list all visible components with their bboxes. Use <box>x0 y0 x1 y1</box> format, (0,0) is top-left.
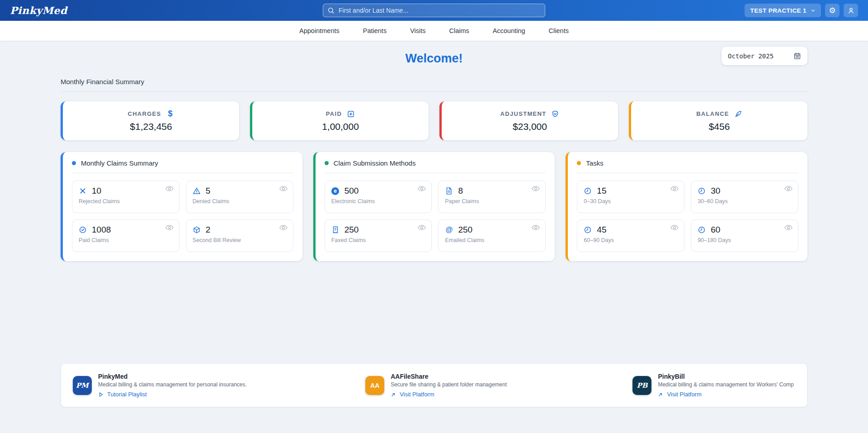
visit-platform-link-aafileshare[interactable]: Visit Platform <box>391 391 507 398</box>
eye-icon[interactable] <box>670 224 679 231</box>
footer-app-description: Medical billing & claims management for … <box>98 381 247 388</box>
panel-header: Claim Submission Methods <box>325 159 546 167</box>
gear-icon: ⚙ <box>829 7 835 14</box>
stat-card-paid[interactable]: PAID 1,00,000 <box>250 101 429 140</box>
nav-visits[interactable]: Visits <box>410 27 425 34</box>
tile-label: Rejected Claims <box>79 198 173 205</box>
month-picker-value: October 2025 <box>728 52 774 60</box>
panel-tasks: Tasks 15 0–30 Days <box>566 152 807 261</box>
user-icon <box>847 7 855 14</box>
search-input[interactable] <box>323 4 545 17</box>
tile-value: 500 <box>344 186 359 196</box>
month-picker[interactable]: October 2025 <box>722 47 807 65</box>
tile-top: e 500 <box>331 186 425 196</box>
settings-button[interactable]: ⚙ <box>825 4 840 17</box>
clock-icon <box>698 187 706 195</box>
visit-platform-link-pinkybill[interactable]: Visit Platform <box>658 391 793 398</box>
tile-second-bill-review[interactable]: 2 Second Bill Review <box>186 219 293 252</box>
stat-card-adjustment[interactable]: ADJUSTMENT $23,000 <box>439 101 618 140</box>
nav-clients[interactable]: Clients <box>549 27 569 34</box>
tile-top: 2 <box>193 225 287 235</box>
stat-value: $1,23,456 <box>130 121 172 132</box>
external-link-icon <box>391 392 396 397</box>
eye-icon[interactable] <box>165 224 174 231</box>
eye-icon[interactable] <box>532 186 540 192</box>
nav-claims[interactable]: Claims <box>449 27 469 34</box>
eye-icon[interactable] <box>418 224 426 231</box>
panel-title: Tasks <box>586 159 603 167</box>
app-logo[interactable]: PinkyMed <box>10 5 67 15</box>
search-icon <box>327 7 335 14</box>
plus-square-icon <box>347 110 355 118</box>
tile-faxed-claims[interactable]: 250 Faxed Claims <box>325 219 432 252</box>
panel-tiles: 15 0–30 Days 30 30–60 Days <box>577 181 798 252</box>
tile-electronic-claims[interactable]: e 500 Electronic Claims <box>325 181 432 213</box>
clock-icon <box>584 187 592 195</box>
tile-emailed-claims[interactable]: @ 250 Emailed Claims <box>438 219 546 252</box>
main-content: Welcome! October 2025 Monthly Financial … <box>61 41 807 407</box>
tile-label: 30–60 Days <box>698 198 792 205</box>
eye-icon[interactable] <box>165 186 174 192</box>
footer-app-name: AAFileShare <box>391 373 507 380</box>
panel-tiles: 10 Rejected Claims 5 Denied Claims <box>72 181 293 252</box>
external-link-icon <box>658 392 663 397</box>
main-nav: Appointments Patients Visits Claims Acco… <box>0 21 868 41</box>
eye-icon[interactable] <box>784 224 793 231</box>
tile-60-90-days[interactable]: 45 60–90 Days <box>577 219 684 252</box>
stat-label: BALANCE <box>696 110 729 117</box>
dollar-icon: $ <box>166 110 175 118</box>
panel-monthly-claims-summary: Monthly Claims Summary 10 Rejected Claim… <box>61 152 302 261</box>
eye-icon[interactable] <box>532 224 540 231</box>
tile-rejected-claims[interactable]: 10 Rejected Claims <box>72 181 179 213</box>
chevron-down-icon <box>811 8 816 13</box>
tile-top: 1008 <box>79 225 173 235</box>
warning-icon <box>193 187 201 195</box>
eye-icon[interactable] <box>418 186 426 192</box>
nav-accounting[interactable]: Accounting <box>493 27 525 34</box>
tile-top: 15 <box>584 186 678 196</box>
footer-app-link-label: Visit Platform <box>667 391 701 398</box>
tile-value: 60 <box>711 225 720 235</box>
tile-0-30-days[interactable]: 15 0–30 Days <box>577 181 684 213</box>
clock-icon <box>698 226 706 234</box>
welcome-row: Welcome! October 2025 <box>61 45 807 71</box>
e-circle-icon: e <box>331 187 340 195</box>
header-actions: TEST PRACTICE 1 ⚙ <box>745 4 858 17</box>
footer-app-link-label: Visit Platform <box>400 391 434 398</box>
panel-title: Claim Submission Methods <box>334 159 416 167</box>
nav-patients[interactable]: Patients <box>363 27 387 34</box>
document-icon <box>445 187 453 195</box>
tile-denied-claims[interactable]: 5 Denied Claims <box>186 181 293 213</box>
tile-label: Second Bill Review <box>193 237 287 243</box>
eye-icon[interactable] <box>279 224 288 231</box>
tile-label: 0–30 Days <box>584 198 678 205</box>
stat-label: PAID <box>326 110 342 117</box>
account-button[interactable] <box>844 4 858 17</box>
eye-icon[interactable] <box>279 186 288 192</box>
tile-30-60-days[interactable]: 30 30–60 Days <box>691 181 798 213</box>
tile-90-180-days[interactable]: 60 90–180 Days <box>691 219 798 252</box>
stat-card-charges[interactable]: CHARGES $ $1,23,456 <box>61 101 239 140</box>
pen-icon <box>734 110 742 118</box>
footer-app-name: PinkyMed <box>98 373 247 380</box>
cube-icon <box>193 226 201 234</box>
footer-app-description: Medical billing & claims management for … <box>658 381 793 388</box>
summary-panels: Monthly Claims Summary 10 Rejected Claim… <box>61 152 807 261</box>
stat-card-balance[interactable]: BALANCE $456 <box>629 101 807 140</box>
tile-value: 250 <box>344 225 359 235</box>
tile-label: Emailed Claims <box>445 237 539 243</box>
tile-label: 90–180 Days <box>698 237 792 243</box>
stat-value: 1,00,000 <box>322 121 359 132</box>
panel-divider <box>325 173 546 173</box>
footer-app-link-label: Tutorial Playlist <box>107 391 147 398</box>
tutorial-playlist-link[interactable]: Tutorial Playlist <box>98 391 247 398</box>
nav-appointments[interactable]: Appointments <box>299 27 340 34</box>
eye-icon[interactable] <box>784 186 793 192</box>
practice-selector[interactable]: TEST PRACTICE 1 <box>745 4 821 17</box>
eye-icon[interactable] <box>670 186 679 192</box>
footer-app-info: AAFileShare Secure file sharing & patien… <box>391 373 507 398</box>
tile-paid-claims[interactable]: 1008 Paid Claims <box>72 219 179 252</box>
x-icon <box>79 187 87 195</box>
pinkymed-logo: PM <box>73 376 92 395</box>
tile-paper-claims[interactable]: 8 Paper Claims <box>438 181 546 213</box>
